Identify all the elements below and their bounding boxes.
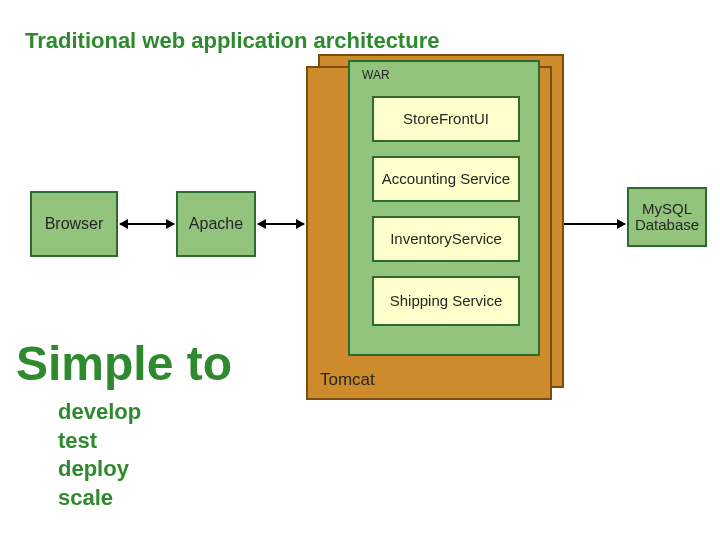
war-label: WAR	[362, 68, 390, 82]
callout-heading: Simple to	[16, 336, 232, 391]
tomcat-label: Tomcat	[320, 370, 375, 390]
service-storefront-ui: StoreFrontUI	[372, 96, 520, 142]
diagram-title: Traditional web application architecture	[25, 28, 439, 54]
bullet-deploy: deploy	[58, 455, 141, 484]
bullet-test: test	[58, 427, 141, 456]
callout-list: develop test deploy scale	[58, 398, 141, 512]
service-accounting: Accounting Service	[372, 156, 520, 202]
service-shipping: Shipping Service	[372, 276, 520, 326]
arrow-apache-tomcat	[258, 223, 304, 225]
arrow-browser-apache	[120, 223, 174, 225]
db-line2: Database	[635, 217, 699, 234]
node-browser: Browser	[30, 191, 118, 257]
bullet-develop: develop	[58, 398, 141, 427]
node-war: WAR StoreFrontUI Accounting Service Inve…	[348, 60, 540, 356]
service-inventory: InventoryService	[372, 216, 520, 262]
node-apache: Apache	[176, 191, 256, 257]
node-database: MySQL Database	[627, 187, 707, 247]
bullet-scale: scale	[58, 484, 141, 513]
db-line1: MySQL	[642, 201, 692, 218]
